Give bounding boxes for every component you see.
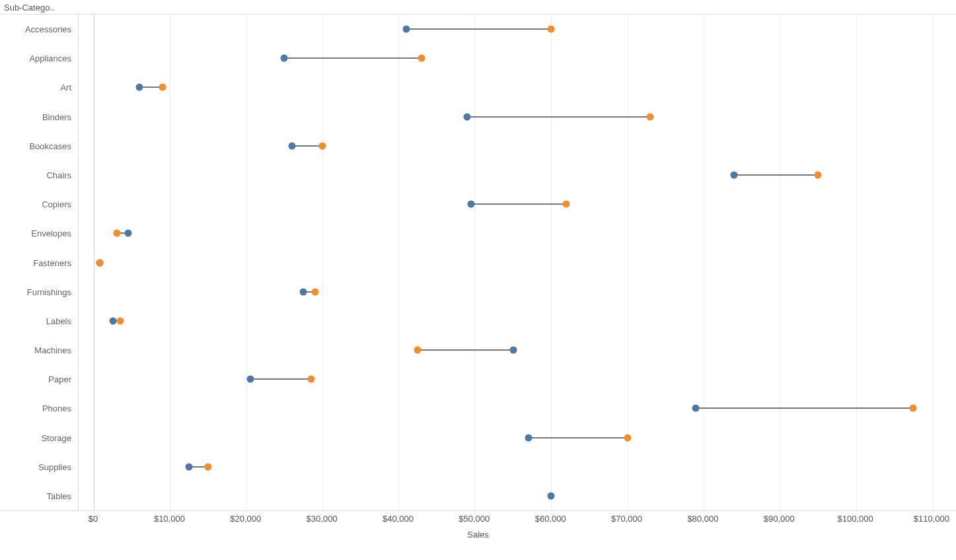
x-tick-label: $110,000 [905,514,956,524]
x-tick-label: $50,000 [448,514,501,524]
row-label: Bookcases [0,141,78,151]
row-label: Furnishings [0,287,78,297]
gridline [475,15,476,510]
blue-dot [403,26,410,33]
blue-dot [109,317,116,324]
x-tick-label: $40,000 [371,514,424,524]
connector [734,174,818,176]
row-label: Storage [0,433,78,442]
row-label: Phones [0,403,78,413]
gridline [551,15,552,510]
gridline [932,15,933,510]
chart-root: Sub-Catego.. Sales $0$10,000$20,000$30,0… [0,0,956,560]
gridline [856,15,857,510]
gridline [246,15,247,510]
plot-area [78,15,947,511]
connector [284,57,422,59]
blue-dot [288,142,295,149]
x-tick-label: $10,000 [143,514,196,524]
connector [467,116,650,118]
connector [529,437,628,438]
blue-dot [509,347,517,354]
x-tick-label: $100,000 [829,514,882,524]
orange-dot [159,84,166,91]
row-label: Supplies [0,462,78,472]
gridline [94,15,94,510]
connector [696,407,913,409]
connector [406,28,551,30]
x-tick-label: $90,000 [753,514,805,524]
blue-dot [186,463,193,470]
orange-dot [117,317,124,324]
x-tick-label: $30,000 [295,514,348,524]
orange-dot [307,376,314,383]
bottom-rule [0,510,956,511]
row-label: Accessories [0,24,78,34]
blue-dot [731,171,738,178]
orange-dot [311,288,318,295]
x-tick-label: $20,000 [219,514,272,524]
blue-dot [548,492,555,499]
orange-dot [563,201,570,208]
connector [418,349,513,351]
orange-dot [96,259,104,266]
orange-dot [319,142,326,149]
blue-dot [136,84,143,91]
blue-dot [468,201,475,208]
blue-dot [692,405,700,412]
gridline [780,15,780,510]
x-tick-label: $60,000 [524,514,577,524]
orange-dot [624,434,631,441]
blue-dot [300,288,307,295]
row-label: Envelopes [0,228,78,238]
row-label: Machines [0,345,78,355]
orange-dot [910,405,917,412]
row-label: Paper [0,374,78,384]
orange-dot [814,171,821,178]
row-label: Fasteners [0,258,78,267]
x-axis-title: Sales [0,530,956,540]
gridline [322,15,323,510]
connector [471,203,566,205]
gridline [170,15,170,510]
blue-dot [525,434,532,441]
row-label: Copiers [0,199,78,209]
blue-dot [464,113,471,120]
row-label: Labels [0,316,78,326]
x-tick-label: $70,000 [601,514,653,524]
row-label: Appliances [0,53,78,63]
row-label: Chairs [0,170,78,180]
connector [292,145,322,147]
blue-dot [281,55,288,62]
row-label: Binders [0,112,78,122]
connector [250,378,311,380]
gridline [704,15,704,510]
orange-dot [647,113,654,120]
orange-dot [205,463,212,470]
orange-dot [548,26,555,33]
row-label: Tables [0,491,78,501]
orange-dot [418,55,425,62]
row-header-title: Sub-Catego.. [1,1,57,14]
gridline [398,15,399,510]
x-tick-label: $0 [67,514,120,524]
blue-dot [246,376,254,383]
row-label: Art [0,83,78,92]
orange-dot [113,230,120,237]
orange-dot [414,347,422,354]
x-tick-label: $80,000 [677,514,729,524]
blue-dot [124,230,131,237]
